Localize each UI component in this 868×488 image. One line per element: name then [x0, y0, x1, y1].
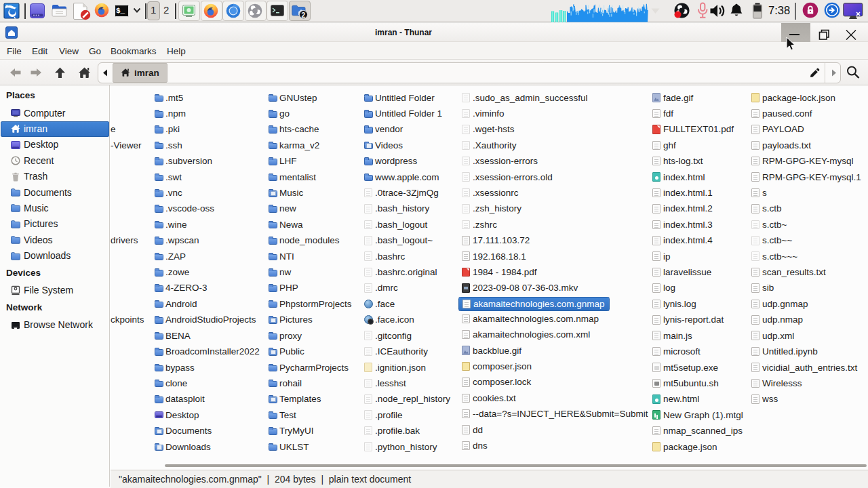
- svg-text:$_: $_: [116, 7, 125, 15]
